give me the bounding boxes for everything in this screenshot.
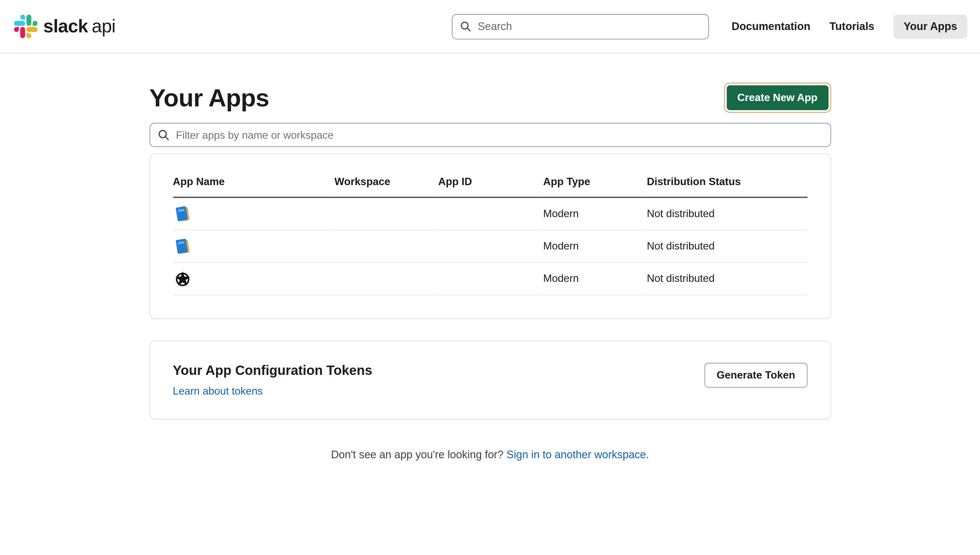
- brand-text: slackapi: [43, 16, 115, 37]
- blue-book-icon: [173, 236, 192, 255]
- viewport: slackapi Documentation Tutorials Your Ap…: [0, 0, 980, 555]
- footer-suffix: .: [646, 448, 649, 460]
- slack-logo[interactable]: slackapi: [14, 14, 115, 38]
- app-type-cell: Modern: [543, 262, 647, 295]
- header: slackapi Documentation Tutorials Your Ap…: [0, 0, 980, 53]
- filter-search-icon: [158, 129, 169, 140]
- slack-logo-icon: [14, 14, 38, 38]
- config-tokens-card: Your App Configuration Tokens Learn abou…: [149, 340, 831, 419]
- column-header-app-id: App ID: [438, 168, 543, 197]
- apps-table-card: App Name Workspace App ID App Type Distr…: [149, 153, 831, 319]
- column-header-app-type: App Type: [543, 168, 647, 197]
- column-header-app-name: App Name: [173, 168, 334, 197]
- footer-note: Don't see an app you're looking for? Sig…: [149, 448, 831, 461]
- app-row[interactable]: Modern Not distributed: [173, 230, 807, 262]
- brand-api: api: [92, 16, 115, 36]
- header-nav: Documentation Tutorials Your Apps: [732, 14, 967, 39]
- column-header-distribution-status: Distribution Status: [647, 168, 807, 197]
- app-id-cell: [438, 197, 543, 230]
- sign-in-another-workspace-link[interactable]: Sign in to another workspace: [506, 448, 646, 460]
- generate-token-button[interactable]: Generate Token: [704, 363, 807, 387]
- app-type-cell: Modern: [543, 197, 647, 230]
- workspace-cell: [334, 197, 438, 230]
- tokens-card-text: Your App Configuration Tokens Learn abou…: [173, 363, 372, 397]
- title-row: Your Apps Create New App: [149, 83, 831, 113]
- app-row[interactable]: Modern Not distributed: [173, 262, 807, 295]
- distribution-status-cell: Not distributed: [647, 230, 807, 262]
- app-type-cell: Modern: [543, 230, 647, 262]
- apps-filter-input[interactable]: [175, 128, 822, 142]
- app-name-cell: [173, 197, 334, 230]
- app-id-cell: [438, 262, 543, 295]
- app-id-cell: [438, 230, 543, 262]
- apps-filter: [149, 123, 831, 147]
- learn-about-tokens-link[interactable]: Learn about tokens: [173, 385, 263, 396]
- page-title: Your Apps: [149, 84, 269, 112]
- table-header-row: App Name Workspace App ID App Type Distr…: [173, 168, 807, 197]
- app-name-cell: [173, 262, 334, 295]
- nav-documentation[interactable]: Documentation: [732, 20, 811, 33]
- main-container: Your Apps Create New App App Name Worksp…: [149, 83, 831, 461]
- page: slackapi Documentation Tutorials Your Ap…: [0, 0, 980, 555]
- tokens-card-title: Your App Configuration Tokens: [173, 363, 372, 378]
- distribution-status-cell: Not distributed: [647, 197, 807, 230]
- app-row[interactable]: Modern Not distributed: [173, 197, 807, 230]
- nav-tutorials[interactable]: Tutorials: [829, 20, 874, 33]
- header-search: [452, 14, 709, 39]
- apps-table: App Name Workspace App ID App Type Distr…: [173, 168, 807, 295]
- footer-text: Don't see an app you're looking for?: [331, 448, 507, 460]
- search-input[interactable]: [476, 19, 700, 34]
- create-new-app-button[interactable]: Create New App: [726, 85, 828, 110]
- create-new-app-focus-ring: Create New App: [724, 83, 831, 113]
- black-star-icon: [173, 269, 192, 288]
- blue-book-icon: [173, 204, 192, 223]
- column-header-workspace: Workspace: [334, 168, 438, 197]
- nav-your-apps[interactable]: Your Apps: [893, 14, 967, 39]
- distribution-status-cell: Not distributed: [647, 262, 807, 295]
- workspace-cell: [334, 230, 438, 262]
- search-icon: [460, 21, 471, 32]
- brand-slack: slack: [43, 16, 88, 36]
- app-name-cell: [173, 230, 334, 262]
- workspace-cell: [334, 262, 438, 295]
